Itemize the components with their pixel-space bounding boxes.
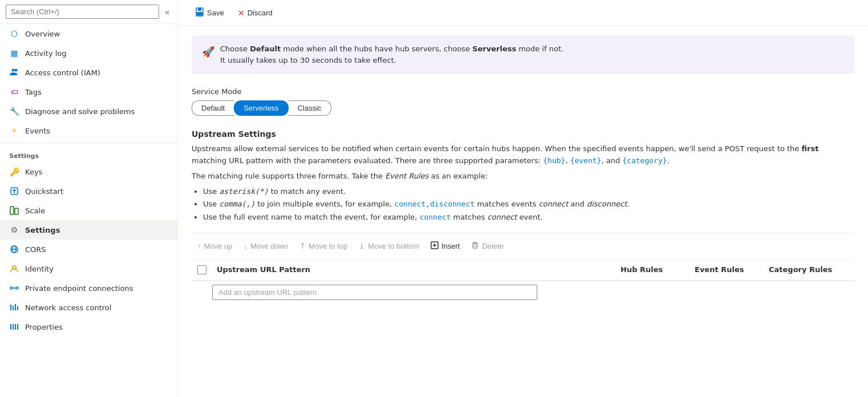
action-bar: ↑ Move up ↓ Move down ⤒ Move to top ⤓ Mo… bbox=[192, 233, 854, 260]
discard-button[interactable]: ✕ Discard bbox=[232, 6, 278, 21]
delete-button[interactable]: Delete bbox=[465, 238, 509, 254]
service-mode-label: Service Mode bbox=[192, 87, 854, 96]
sidebar-item-label: CORS bbox=[25, 245, 46, 254]
svg-rect-16 bbox=[17, 306, 18, 310]
svg-point-0 bbox=[12, 69, 15, 72]
save-button[interactable]: Save bbox=[189, 5, 230, 21]
main-content: Save ✕ Discard 🚀 Choose Default mode whe… bbox=[178, 0, 868, 397]
save-icon bbox=[195, 7, 204, 18]
info-banner-subtitle: It usually takes up to 30 seconds to tak… bbox=[220, 55, 563, 66]
private-endpoint-icon bbox=[9, 283, 19, 293]
search-bar: « bbox=[0, 0, 177, 24]
sidebar-item-label: Settings bbox=[25, 226, 60, 234]
sidebar-item-label: Scale bbox=[25, 206, 45, 215]
sidebar-item-quickstart[interactable]: Quickstart bbox=[0, 181, 177, 201]
overview-icon: ⬡ bbox=[9, 29, 19, 39]
svg-rect-17 bbox=[10, 324, 11, 330]
diagnose-icon: 🔧 bbox=[9, 106, 19, 116]
insert-button[interactable]: Insert bbox=[425, 238, 466, 254]
col-event-header: Event Rules bbox=[695, 265, 769, 274]
sidebar-item-label: Diagnose and solve problems bbox=[25, 107, 135, 116]
table-input-row bbox=[192, 281, 854, 303]
move-down-label: Move down bbox=[250, 242, 288, 250]
move-to-bottom-button[interactable]: ⤓ Move to bottom bbox=[353, 238, 425, 254]
sidebar-item-properties[interactable]: Properties bbox=[0, 317, 177, 337]
iam-icon bbox=[9, 67, 19, 78]
insert-label: Insert bbox=[441, 242, 460, 250]
settings-nav-list: 🔑 Keys Quickstart Scale ⚙ Settings CORS bbox=[0, 162, 177, 337]
sidebar-item-label: Private endpoint connections bbox=[25, 284, 133, 293]
events-icon: ⚡ bbox=[9, 125, 19, 136]
info-icon: 🚀 bbox=[202, 44, 214, 59]
mode-serverless-button[interactable]: Serverless bbox=[234, 100, 288, 116]
move-down-icon: ↓ bbox=[244, 242, 248, 250]
svg-rect-4 bbox=[10, 206, 14, 214]
bullet-item: Use asterisk(*) to match any event. bbox=[203, 185, 854, 198]
network-icon bbox=[9, 302, 19, 313]
move-to-bottom-label: Move to bottom bbox=[368, 242, 419, 250]
sidebar-item-network-access[interactable]: Network access control bbox=[0, 298, 177, 317]
sidebar-item-diagnose[interactable]: 🔧 Diagnose and solve problems bbox=[0, 102, 177, 121]
insert-icon bbox=[431, 241, 439, 251]
sidebar-item-overview[interactable]: ⬡ Overview bbox=[0, 24, 177, 43]
col-category-header: Category Rules bbox=[769, 265, 854, 274]
move-down-button[interactable]: ↓ Move down bbox=[238, 238, 294, 254]
sidebar-item-label: Activity log bbox=[25, 49, 67, 58]
sidebar-item-cors[interactable]: CORS bbox=[0, 240, 177, 259]
svg-point-1 bbox=[15, 69, 18, 72]
collapse-sidebar-button[interactable]: « bbox=[163, 5, 172, 19]
move-to-top-button[interactable]: ⤒ Move to top bbox=[294, 238, 353, 254]
sidebar-item-activity-log[interactable]: ▦ Activity log bbox=[0, 43, 177, 63]
content-area: 🚀 Choose Default mode when all the hubs … bbox=[178, 26, 868, 313]
move-up-icon: ↑ bbox=[197, 242, 201, 250]
keys-icon: 🔑 bbox=[9, 167, 19, 177]
sidebar-item-scale[interactable]: Scale bbox=[0, 201, 177, 220]
svg-point-11 bbox=[16, 287, 18, 289]
sidebar-item-private-endpoint[interactable]: Private endpoint connections bbox=[0, 278, 177, 298]
sidebar-item-keys[interactable]: 🔑 Keys bbox=[0, 162, 177, 181]
properties-icon bbox=[9, 322, 19, 332]
bullet-item: Use the full event name to match the eve… bbox=[203, 211, 854, 224]
svg-rect-13 bbox=[10, 305, 11, 310]
delete-icon bbox=[471, 241, 479, 251]
url-pattern-input[interactable] bbox=[212, 285, 537, 300]
table-header: Upstream URL Pattern Hub Rules Event Rul… bbox=[192, 260, 854, 281]
activity-log-icon: ▦ bbox=[9, 48, 19, 58]
svg-rect-23 bbox=[197, 12, 202, 15]
sidebar-item-label: Events bbox=[25, 127, 50, 135]
bullet-item: Use comma(,) to join multiple events, fo… bbox=[203, 198, 854, 210]
scale-icon bbox=[9, 205, 19, 216]
move-to-bottom-icon: ⤓ bbox=[359, 242, 365, 250]
sidebar-item-tags[interactable]: 🏷 Tags bbox=[0, 82, 177, 102]
settings-section-label: Settings bbox=[0, 145, 177, 162]
sidebar-item-access-control[interactable]: Access control (IAM) bbox=[0, 63, 177, 82]
svg-rect-22 bbox=[198, 8, 201, 11]
header-check bbox=[192, 265, 212, 274]
upstream-description-2: The matching rule supports three formats… bbox=[192, 171, 854, 183]
search-input[interactable] bbox=[6, 5, 159, 19]
identity-icon bbox=[9, 264, 19, 274]
sidebar-item-identity[interactable]: Identity bbox=[0, 259, 177, 278]
move-up-label: Move up bbox=[204, 242, 233, 250]
sidebar-item-label: Access control (IAM) bbox=[25, 68, 100, 77]
divider bbox=[0, 143, 177, 143]
svg-rect-19 bbox=[15, 324, 16, 330]
info-banner: 🚀 Choose Default mode when all the hubs … bbox=[192, 35, 854, 74]
svg-rect-5 bbox=[15, 208, 18, 214]
sidebar: « ⬡ Overview ▦ Activity log Access contr… bbox=[0, 0, 178, 397]
discard-label: Discard bbox=[248, 9, 273, 17]
move-up-button[interactable]: ↑ Move up bbox=[192, 238, 238, 254]
delete-label: Delete bbox=[482, 242, 504, 250]
mode-default-button[interactable]: Default bbox=[192, 100, 234, 116]
svg-rect-14 bbox=[13, 306, 14, 310]
mode-classic-button[interactable]: Classic bbox=[289, 100, 331, 116]
svg-rect-15 bbox=[15, 304, 16, 310]
discard-icon: ✕ bbox=[238, 9, 245, 18]
sidebar-item-events[interactable]: ⚡ Events bbox=[0, 121, 177, 140]
select-all-checkbox[interactable] bbox=[197, 265, 206, 274]
svg-point-10 bbox=[10, 287, 13, 289]
mode-buttons: Default Serverless Classic bbox=[192, 100, 854, 116]
cors-icon bbox=[9, 244, 19, 254]
sidebar-item-label: Quickstart bbox=[25, 187, 63, 196]
sidebar-item-settings[interactable]: ⚙ Settings bbox=[0, 220, 177, 240]
